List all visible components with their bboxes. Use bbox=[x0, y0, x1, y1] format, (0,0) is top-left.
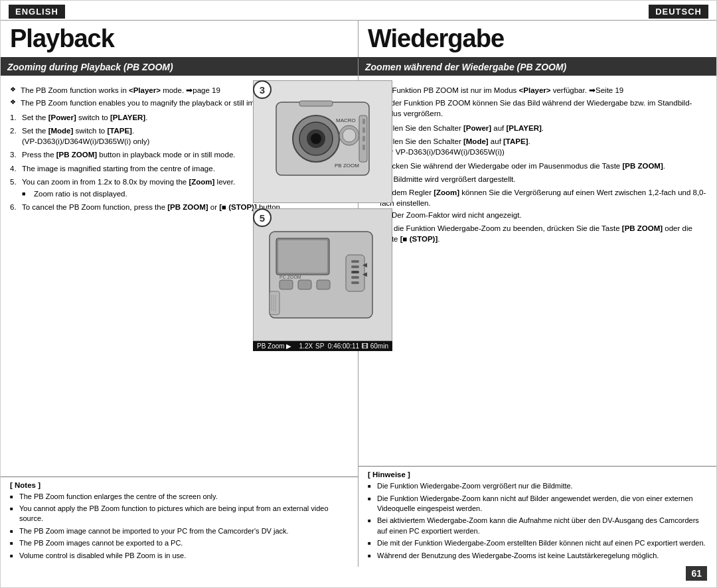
right-main-title: Wiedergabe bbox=[368, 25, 504, 52]
svg-rect-12 bbox=[362, 136, 365, 141]
cam-image-bottom: 5 ◀ ◀ bbox=[253, 208, 392, 341]
status-sp-time: SP 0:46:00:11 bbox=[315, 342, 359, 350]
circle-num-top: 3 bbox=[253, 80, 272, 99]
right-note-1: Die Funktion Wiedergabe-Zoom vergrößert … bbox=[368, 481, 707, 491]
svg-rect-20 bbox=[351, 265, 359, 268]
right-note-4: Die mit der Funktion Wiedergabe-Zoom ers… bbox=[368, 538, 707, 548]
right-step-2: 2. Stellen Sie den Schalter [Mode] auf [… bbox=[368, 136, 707, 157]
right-note-5: Während der Benutzung des Wiedergabe-Zoo… bbox=[368, 551, 707, 561]
svg-rect-17 bbox=[278, 240, 327, 273]
left-notes-list: The PB Zoom function enlarges the centre… bbox=[10, 492, 349, 561]
svg-text:PB ZOOM: PB ZOOM bbox=[335, 163, 359, 169]
right-note-2: Die Funktion Wiedergabe-Zoom kann nicht … bbox=[368, 494, 707, 514]
lang-right-badge: DEUTSCH bbox=[649, 5, 708, 19]
svg-rect-14 bbox=[299, 101, 333, 106]
left-main-title: Playback bbox=[10, 25, 114, 52]
right-notes-header: [ Hinweise ] bbox=[368, 471, 707, 478]
svg-rect-19 bbox=[351, 260, 359, 263]
right-step-5: 5. Mit dem Regler [Zoom] können Sie die … bbox=[368, 187, 707, 220]
right-note-3: Bei aktiviertem Wiedergabe-Zoom kann die… bbox=[368, 516, 707, 536]
right-bullet-list: Die Funktion PB ZOOM ist nur im Modus <P… bbox=[368, 85, 707, 119]
svg-text:◀: ◀ bbox=[362, 261, 367, 268]
header: ENGLISH DEUTSCH bbox=[1, 1, 716, 21]
right-bullet-1: Die Funktion PB ZOOM ist nur im Modus <P… bbox=[368, 85, 707, 96]
left-notes-section: [ Notes ] The PB Zoom function enlarges … bbox=[1, 477, 358, 567]
right-notes-list: Die Funktion Wiedergabe-Zoom vergrößert … bbox=[368, 481, 707, 561]
status-tape: 🎞 60min bbox=[362, 342, 388, 350]
status-bar: PB Zoom ▶ 1.2X SP 0:46:00:11 🎞 60min bbox=[253, 341, 392, 351]
center-images: 3 MACRO PB ZOOM bbox=[246, 80, 399, 351]
svg-rect-26 bbox=[279, 280, 293, 289]
page-number: 61 bbox=[686, 566, 707, 581]
svg-rect-13 bbox=[362, 145, 365, 150]
right-step-4: 4. Die Bildmitte wird vergrößert dargest… bbox=[368, 174, 707, 184]
camera-bottom-svg: ◀ ◀ PC ZOOM bbox=[260, 215, 386, 334]
svg-rect-10 bbox=[362, 119, 365, 124]
left-note-3: The PB Zoom image cannot be imported to … bbox=[10, 526, 349, 536]
svg-rect-21 bbox=[351, 271, 359, 273]
svg-point-6 bbox=[343, 129, 356, 142]
svg-point-4 bbox=[311, 133, 321, 144]
right-section-header: Zoomen während der Wiedergabe (PB ZOOM) bbox=[358, 58, 716, 76]
left-note-4: The PB Zoom images cannot be exported to… bbox=[10, 538, 349, 548]
left-section-header: Zooming during Playback (PB ZOOM) bbox=[1, 58, 358, 76]
svg-text:PC ZOOM: PC ZOOM bbox=[279, 275, 301, 279]
right-step-3: 3. Drücken Sie während der Wiedergabe od… bbox=[368, 161, 707, 171]
svg-rect-28 bbox=[317, 280, 330, 289]
svg-rect-11 bbox=[362, 127, 365, 133]
svg-text:MACRO: MACRO bbox=[336, 117, 356, 123]
svg-rect-27 bbox=[298, 280, 311, 289]
page: ENGLISH DEUTSCH Playback Wiedergabe Zoom… bbox=[0, 0, 717, 588]
camera-top-svg: MACRO PB ZOOM bbox=[263, 89, 382, 195]
status-pb-zoom: PB Zoom ▶ 1.2X bbox=[257, 342, 313, 350]
right-col-inner: Die Funktion PB ZOOM ist nur im Modus <P… bbox=[358, 80, 716, 466]
title-left: Playback bbox=[1, 21, 358, 57]
cam-image-top: 3 MACRO PB ZOOM bbox=[253, 80, 392, 203]
svg-rect-23 bbox=[351, 281, 359, 284]
svg-rect-22 bbox=[351, 276, 359, 279]
left-note-1: The PB Zoom function enlarges the centre… bbox=[10, 492, 349, 502]
svg-rect-30 bbox=[270, 291, 279, 315]
right-notes-section: [ Hinweise ] Die Funktion Wiedergabe-Zoo… bbox=[358, 466, 716, 567]
title-right: Wiedergabe bbox=[358, 21, 716, 57]
lang-left-badge: ENGLISH bbox=[9, 5, 65, 19]
circle-num-bottom: 5 bbox=[253, 208, 272, 227]
col-right: Zoomen während der Wiedergabe (PB ZOOM) … bbox=[358, 58, 716, 567]
right-step-1: 1. Stellen Sie den Schalter [Power] auf … bbox=[368, 123, 707, 133]
right-step-5-sub: Der Zoom-Faktor wird nicht angezeigt. bbox=[380, 210, 707, 220]
right-step-6: 6. Um die Funktion Wiedergabe-Zoom zu be… bbox=[368, 223, 707, 244]
right-bullet-2: Mit der Funktion PB ZOOM können Sie das … bbox=[368, 98, 707, 119]
left-note-5: Volume control is disabled while PB Zoom… bbox=[10, 551, 349, 561]
left-notes-header: [ Notes ] bbox=[10, 481, 349, 489]
left-note-2: You cannot apply the PB Zoom function to… bbox=[10, 504, 349, 524]
right-numbered-list: 1. Stellen Sie den Schalter [Power] auf … bbox=[368, 123, 707, 244]
title-row: Playback Wiedergabe bbox=[1, 21, 716, 58]
svg-text:◀: ◀ bbox=[362, 271, 367, 277]
